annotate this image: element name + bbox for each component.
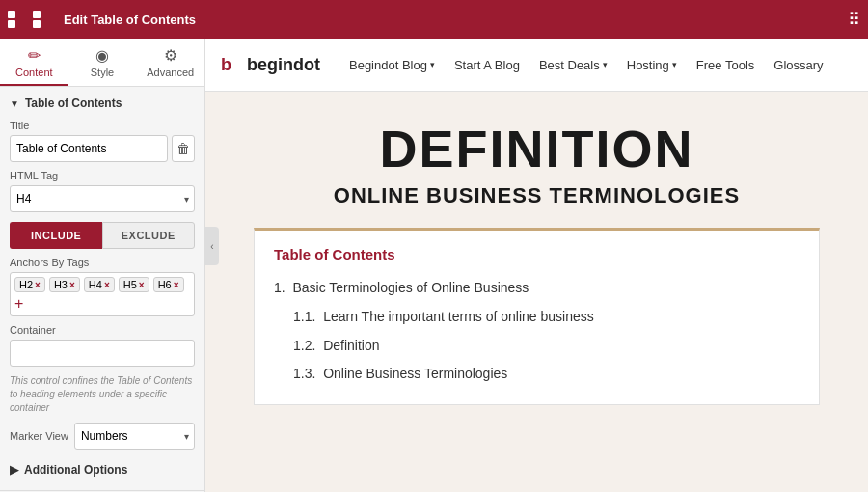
- nav-free-tools[interactable]: Free Tools: [696, 58, 754, 72]
- remove-h4-icon[interactable]: ×: [104, 280, 110, 290]
- anchors-label: Anchors By Tags: [10, 257, 195, 268]
- section-label: Table of Contents: [25, 96, 122, 110]
- additional-options-header[interactable]: ▶ Additional Options: [10, 459, 195, 480]
- top-bar: Edit Table of Contents ⠿: [0, 0, 868, 39]
- marker-select-wrap: Numbers Bullets None ▾: [74, 423, 195, 450]
- toc-list: 1. Basic Terminologies of Online Busines…: [274, 274, 800, 388]
- logo-b: b: [221, 55, 231, 75]
- site-logo[interactable]: b begindot: [221, 55, 320, 75]
- tag-h3[interactable]: H3 ×: [49, 277, 80, 292]
- nav-glossary[interactable]: Glossary: [773, 58, 823, 72]
- marker-select[interactable]: Numbers Bullets None: [74, 423, 195, 450]
- page-content: DEFINITION ONLINE BUSINESS TERMINOLOGIES…: [205, 92, 868, 492]
- tag-h6[interactable]: H6 ×: [153, 277, 184, 292]
- hero-title: DEFINITION: [254, 121, 820, 178]
- exclude-button[interactable]: EXCLUDE: [102, 222, 196, 249]
- collapse-handle[interactable]: ‹: [205, 227, 219, 265]
- style-tab-label: Style: [91, 67, 114, 78]
- advanced-tab-icon: ⚙: [164, 46, 177, 65]
- content-area: b begindot Begindot Blog ▾ Start A Blog …: [205, 39, 868, 492]
- remove-h6-icon[interactable]: ×: [174, 280, 179, 290]
- hamburger-menu[interactable]: [8, 11, 56, 28]
- delete-title-button[interactable]: 🗑: [172, 135, 195, 162]
- marker-row: Marker View Numbers Bullets None ▾: [10, 423, 195, 450]
- nav-start-a-blog[interactable]: Start A Blog: [454, 58, 520, 72]
- nav-bar: b begindot Begindot Blog ▾ Start A Blog …: [205, 39, 868, 92]
- title-label: Title: [10, 120, 195, 131]
- page-title: Edit Table of Contents: [64, 13, 840, 27]
- remove-h3-icon[interactable]: ×: [69, 280, 75, 290]
- deals-dropdown-icon: ▾: [603, 60, 608, 69]
- html-tag-label: HTML Tag: [10, 170, 195, 181]
- toc-item-1-2[interactable]: 1.2. Definition: [274, 332, 800, 361]
- tag-h2[interactable]: H2 ×: [14, 277, 45, 292]
- tag-h5[interactable]: H5 ×: [119, 277, 149, 292]
- add-tag-button[interactable]: +: [14, 296, 23, 312]
- html-tag-select-wrap: H4 H1 H2 H3 H5 H6 ▾: [10, 185, 195, 212]
- marker-label: Marker View: [10, 430, 68, 442]
- content-tab-icon: ✏: [28, 46, 41, 65]
- sidebar-content: ▼ Table of Contents Title 🗑 HTML Tag H4 …: [0, 87, 204, 490]
- toc-section-header[interactable]: ▼ Table of Contents: [10, 96, 195, 110]
- style-tab-icon: ◉: [95, 46, 109, 65]
- container-input[interactable]: [10, 340, 195, 367]
- toc-item-1[interactable]: 1. Basic Terminologies of Online Busines…: [274, 274, 800, 303]
- tab-content[interactable]: ✏ Content: [0, 39, 68, 86]
- blog-dropdown-icon: ▾: [430, 60, 435, 69]
- toc-box-title: Table of Contents: [274, 246, 800, 262]
- toc-box: Table of Contents 1. Basic Terminologies…: [254, 228, 820, 404]
- title-field-row: 🗑: [10, 135, 195, 162]
- logo-text: begindot: [247, 55, 320, 75]
- advanced-tab-label: Advanced: [147, 67, 194, 78]
- include-button[interactable]: INCLUDE: [10, 222, 102, 249]
- remove-h2-icon[interactable]: ×: [35, 280, 41, 290]
- tab-advanced[interactable]: ⚙ Advanced: [136, 39, 204, 86]
- html-tag-select[interactable]: H4 H1 H2 H3 H5 H6: [10, 185, 195, 212]
- nav-begindot-blog[interactable]: Begindot Blog ▾: [349, 58, 435, 72]
- additional-arrow-icon: ▶: [10, 463, 18, 477]
- nav-best-deals[interactable]: Best Deals ▾: [539, 58, 608, 72]
- sidebar-tabs: ✏ Content ◉ Style ⚙ Advanced: [0, 39, 204, 87]
- content-tab-label: Content: [15, 67, 53, 78]
- title-input[interactable]: [10, 135, 168, 162]
- nav-hosting[interactable]: Hosting ▾: [627, 58, 677, 72]
- section-arrow-icon: ▼: [10, 98, 19, 109]
- apps-icon[interactable]: ⠿: [848, 9, 860, 30]
- container-label: Container: [10, 324, 195, 336]
- tag-h4[interactable]: H4 ×: [84, 277, 115, 292]
- main-layout: ✏ Content ◉ Style ⚙ Advanced ▼ Table of …: [0, 39, 868, 492]
- container-hint: This control confines the Table of Conte…: [10, 374, 195, 415]
- hosting-dropdown-icon: ▾: [672, 60, 677, 69]
- sidebar: ✏ Content ◉ Style ⚙ Advanced ▼ Table of …: [0, 39, 205, 492]
- toc-item-1-1[interactable]: 1.1. Learn The important terms of online…: [274, 303, 800, 332]
- additional-label: Additional Options: [24, 463, 127, 477]
- tags-container: H2 × H3 × H4 × H5 × H6 ×: [10, 272, 195, 316]
- remove-h5-icon[interactable]: ×: [139, 280, 145, 290]
- toc-item-1-3[interactable]: 1.3. Online Business Terminologies: [274, 360, 800, 389]
- include-exclude-toggle: INCLUDE EXCLUDE: [10, 222, 195, 249]
- tab-style[interactable]: ◉ Style: [68, 39, 137, 86]
- hero-subtitle: ONLINE BUSINESS TERMINOLOGIES: [254, 183, 820, 208]
